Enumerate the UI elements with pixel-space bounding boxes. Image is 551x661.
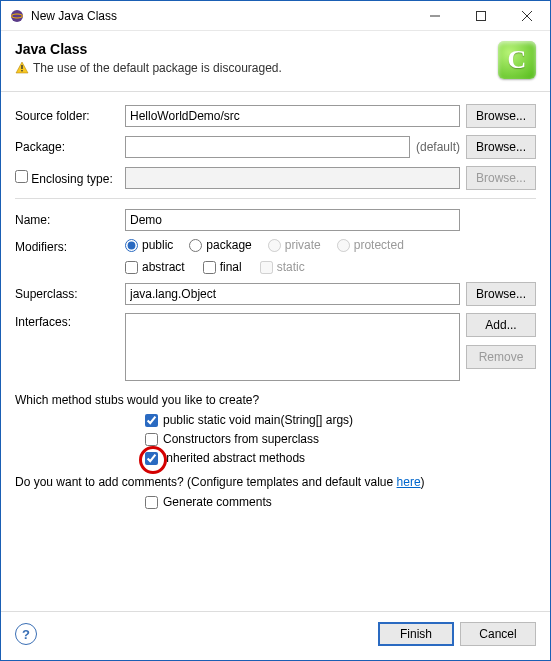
enclosing-type-check[interactable]: Enclosing type: [15, 170, 119, 186]
svg-rect-3 [477, 11, 486, 20]
configure-templates-link[interactable]: here [397, 475, 421, 489]
add-interface-button[interactable]: Add... [466, 313, 536, 337]
modifier-static: static [260, 260, 305, 274]
modifier-abstract[interactable]: abstract [125, 260, 185, 274]
banner-text: Java Class The use of the default packag… [15, 41, 498, 75]
browse-source-button[interactable]: Browse... [466, 104, 536, 128]
minimize-button[interactable] [412, 1, 458, 30]
maximize-button[interactable] [458, 1, 504, 30]
modifier-package[interactable]: package [189, 238, 251, 252]
eclipse-icon [9, 8, 25, 24]
source-folder-label: Source folder: [15, 109, 119, 123]
banner-warning: The use of the default package is discou… [15, 61, 498, 75]
superclass-input[interactable] [125, 283, 460, 305]
svg-rect-7 [21, 65, 22, 69]
dialog-footer: ? Finish Cancel [1, 611, 550, 660]
browse-enclosing-button: Browse... [466, 166, 536, 190]
stub-constructors-check[interactable]: Constructors from superclass [145, 432, 536, 446]
window-controls [412, 1, 550, 30]
package-input[interactable] [125, 136, 410, 158]
remove-interface-button: Remove [466, 345, 536, 369]
divider [15, 198, 536, 199]
window-title: New Java Class [31, 9, 412, 23]
name-input[interactable] [125, 209, 460, 231]
visibility-radio-group: public package private protected [125, 238, 404, 252]
modifier-private: private [268, 238, 321, 252]
help-icon[interactable]: ? [15, 623, 37, 645]
stub-inherited-check[interactable]: Inherited abstract methods [145, 451, 536, 465]
stubs-question: Which method stubs would you like to cre… [15, 393, 536, 407]
modifier-protected: protected [337, 238, 404, 252]
close-button[interactable] [504, 1, 550, 30]
banner-title: Java Class [15, 41, 498, 57]
modifiers-label: Modifiers: [15, 238, 119, 254]
browse-package-button[interactable]: Browse... [466, 135, 536, 159]
enclosing-type-checkbox[interactable] [15, 170, 28, 183]
package-default-text: (default) [416, 140, 460, 154]
interfaces-label: Interfaces: [15, 313, 119, 329]
browse-superclass-button[interactable]: Browse... [466, 282, 536, 306]
interfaces-list[interactable] [125, 313, 460, 381]
warning-icon [15, 61, 29, 75]
comments-checks: Generate comments [145, 495, 536, 509]
banner: Java Class The use of the default packag… [1, 31, 550, 92]
enclosing-type-input [125, 167, 460, 189]
banner-warning-text: The use of the default package is discou… [33, 61, 282, 75]
titlebar: New Java Class [1, 1, 550, 31]
finish-button[interactable]: Finish [378, 622, 454, 646]
stubs-checks: public static void main(String[] args) C… [145, 413, 536, 465]
generate-comments-check[interactable]: Generate comments [145, 495, 536, 509]
stub-main-check[interactable]: public static void main(String[] args) [145, 413, 536, 427]
source-folder-input[interactable] [125, 105, 460, 127]
modifier-checks: abstract final static [125, 260, 305, 274]
svg-rect-8 [21, 70, 22, 71]
name-label: Name: [15, 213, 119, 227]
cancel-button[interactable]: Cancel [460, 622, 536, 646]
dialog-content: Source folder: Browse... Package: (defau… [1, 92, 550, 611]
dialog-window: New Java Class Java Class The use of the… [0, 0, 551, 661]
class-icon: C [498, 41, 536, 79]
svg-point-0 [11, 10, 23, 22]
comments-question: Do you want to add comments? (Configure … [15, 475, 536, 489]
package-label: Package: [15, 140, 119, 154]
superclass-label: Superclass: [15, 287, 119, 301]
modifier-public[interactable]: public [125, 238, 173, 252]
modifier-final[interactable]: final [203, 260, 242, 274]
